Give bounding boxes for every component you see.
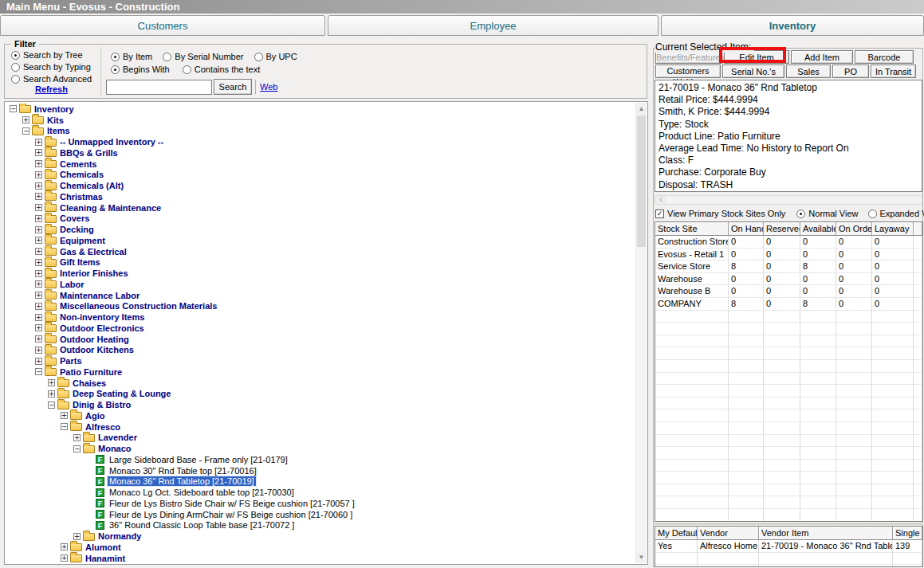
tree-item-maintenance-labor[interactable]: +Maintenance Labor — [6, 290, 634, 301]
tree-item-fleur-de-lys-bistro-side-chair-w-fs-beige-cushion-21-70057[interactable]: Fleur de Lys Bistro Side Chair w/ FS Bei… — [6, 498, 634, 509]
tree-toggle-expand-icon[interactable]: + — [35, 347, 42, 354]
stock-row[interactable] — [655, 311, 922, 323]
tree-item-normandy[interactable]: +Normandy — [6, 531, 634, 542]
tree-item-christmas[interactable]: +Christmas — [6, 191, 634, 202]
scroll-down-arrow-icon[interactable] — [636, 551, 647, 563]
tree-item-cements[interactable]: +Cements — [6, 159, 634, 170]
tree-item-inventory[interactable]: −Inventory — [6, 104, 634, 115]
tree-toggle-collapse-icon[interactable]: − — [73, 445, 81, 452]
tree-item-outdoor-kitchens[interactable]: +Outdoor Kitchens — [6, 345, 634, 356]
tree-item-monaco-30-rnd-table-top-21-70016[interactable]: Monaco 30" Rnd Table top [21-70016] — [6, 465, 634, 476]
tree-toggle-collapse-icon[interactable]: − — [10, 105, 17, 112]
tree-item-miscellaneous-construction-materials[interactable]: +Miscellaneous Construction Materials — [6, 301, 634, 312]
barcode-button[interactable]: Barcode — [855, 50, 914, 64]
primary-sites-checkbox[interactable] — [655, 210, 664, 218]
tree-item-decking[interactable]: +Decking — [6, 224, 634, 235]
stock-row[interactable] — [655, 373, 922, 386]
tree-toggle-expand-icon[interactable]: + — [35, 182, 42, 190]
tree-item-labor[interactable]: +Labor — [6, 279, 634, 290]
tree-item-lavender[interactable]: +Lavender — [6, 433, 634, 444]
tree-item-monaco[interactable]: −Monaco — [6, 443, 634, 454]
sales-button[interactable]: Sales — [786, 65, 831, 78]
po-button[interactable]: PO — [832, 65, 869, 78]
tree-item-equipment[interactable]: +Equipment — [6, 235, 634, 246]
stock-row[interactable] — [655, 435, 922, 448]
tree-item-items[interactable]: −Items — [6, 126, 634, 137]
tree-toggle-expand-icon[interactable]: + — [35, 303, 42, 310]
tree-toggle-expand-icon[interactable]: + — [35, 149, 42, 156]
tree-toggle-expand-icon[interactable]: + — [35, 171, 42, 178]
tree-toggle-expand-icon[interactable]: + — [22, 116, 29, 123]
tree-toggle-expand-icon[interactable]: + — [35, 292, 42, 299]
web-link[interactable]: Web — [260, 82, 277, 92]
stock-row[interactable]: COMPANY80800 — [655, 298, 922, 311]
panel-splitter[interactable] — [655, 523, 923, 525]
customers-waiting-button[interactable]: Customers Waiting — [655, 65, 721, 78]
vendor-row[interactable] — [655, 565, 922, 567]
tree-scrollbar-thumb[interactable] — [637, 116, 646, 247]
scroll-left-arrow-icon[interactable] — [655, 196, 666, 204]
tree-toggle-expand-icon[interactable]: + — [35, 248, 42, 255]
in-transit-button[interactable]: In Transit — [871, 65, 916, 78]
tree-toggle-expand-icon[interactable]: + — [48, 390, 55, 398]
radio-search-mode-search-by-typing[interactable]: Search by Typing — [11, 62, 92, 72]
tree-item-chemicals-alt[interactable]: +Chemicals (Alt) — [6, 180, 634, 191]
tree-item-deep-seating-lounge[interactable]: +Deep Seating & Lounge — [6, 389, 634, 400]
tree-toggle-expand-icon[interactable]: + — [35, 139, 42, 146]
vendor-row[interactable] — [655, 553, 922, 566]
tree-toggle-expand-icon[interactable]: + — [35, 204, 42, 211]
tree-toggle-expand-icon[interactable]: + — [35, 259, 42, 266]
tree-toggle-expand-icon[interactable]: + — [35, 358, 42, 365]
tree-toggle-expand-icon[interactable]: + — [35, 226, 42, 233]
stock-row[interactable] — [655, 323, 922, 335]
tree-item-cleaning-maintenance[interactable]: +Cleaning & Maintenance — [6, 202, 634, 213]
tree-item-large-sideboard-base-frame-only-21-0179[interactable]: Large Sideboard Base - Frame only [21-01… — [6, 454, 634, 465]
tree-toggle-collapse-icon[interactable]: − — [48, 402, 55, 409]
tree-toggle-expand-icon[interactable]: + — [35, 270, 42, 277]
search-button[interactable]: Search — [214, 79, 252, 95]
tree-toggle-expand-icon[interactable]: + — [35, 160, 42, 167]
stock-row[interactable] — [655, 472, 922, 484]
tree-item-outdoor-electronics[interactable]: +Outdoor Electronics — [6, 323, 634, 334]
tree-item-monaco-36-rnd-tabletop-21-70019[interactable]: Monaco 36" Rnd Tabletop [21-70019] — [6, 476, 634, 488]
stock-row[interactable] — [655, 360, 922, 373]
serial-no-s-button[interactable]: Serial No.'s — [722, 65, 784, 78]
tree-item-bbqs-grills[interactable]: +BBQs & Grills — [6, 147, 634, 159]
tree-toggle-expand-icon[interactable]: + — [61, 554, 68, 562]
tree-item-unmapped-inventory[interactable]: +-- Unmapped Inventory -- — [6, 136, 634, 147]
tree-toggle-expand-icon[interactable]: + — [35, 335, 42, 343]
tree-item-chemicals[interactable]: +Chemicals — [6, 170, 634, 181]
tree-toggle-collapse-icon[interactable]: − — [35, 368, 42, 375]
tree-toggle-expand-icon[interactable]: + — [35, 280, 42, 288]
stock-row[interactable] — [655, 347, 922, 360]
vendor-row[interactable]: YesAlfresco Home21-70019 - Monaco 36" Rn… — [655, 540, 922, 553]
tab-inventory[interactable]: Inventory — [661, 15, 924, 36]
tree-toggle-expand-icon[interactable]: + — [73, 434, 81, 441]
tree-item-chaises[interactable]: +Chaises — [6, 378, 634, 389]
tree-toggle-expand-icon[interactable]: + — [73, 533, 81, 540]
stock-row[interactable] — [655, 447, 922, 460]
search-input[interactable] — [106, 80, 212, 95]
stock-row[interactable] — [655, 460, 922, 472]
tree-item-agio[interactable]: +Agio — [6, 410, 634, 421]
radio-search-by-by-item[interactable]: By Item — [111, 52, 152, 61]
tree-item-interior-finishes[interactable]: +Interior Finishes — [6, 268, 634, 279]
tree-item-fleur-de-lys-dining-armchair-w-fs-beige-cushion-21-70060[interactable]: Fleur de Lys Dining ArmChair w/ FS Beige… — [6, 509, 634, 520]
radio-match-mode-contains-the-text[interactable]: Contains the text — [183, 65, 261, 74]
tree-toggle-expand-icon[interactable]: + — [61, 543, 68, 550]
stock-row[interactable]: Construction Store00000 — [655, 236, 922, 249]
tree-item-gas-electrical[interactable]: +Gas & Electrical — [6, 246, 634, 257]
stock-row[interactable] — [655, 484, 922, 497]
stock-row[interactable] — [655, 509, 922, 522]
stock-row[interactable]: Warehouse B00000 — [655, 285, 922, 298]
tree-item-alumont[interactable]: +Alumont — [6, 542, 634, 553]
radio-view-mode-normal-view[interactable]: Normal View — [796, 209, 858, 218]
tab-customers[interactable]: Customers — [0, 15, 325, 36]
tree-item-patio-furniture[interactable]: −Patio Furniture — [6, 366, 634, 378]
radio-search-mode-search-advanced[interactable]: Search Advanced — [11, 74, 92, 84]
tree-item-monaco-lg-oct-sideboard-table-top-21-70030[interactable]: Monaco Lg Oct. Sideboard table top [21-7… — [6, 487, 634, 498]
stock-row[interactable] — [655, 385, 922, 398]
stock-row[interactable]: Evosus - Retail 100000 — [655, 249, 922, 261]
tree-toggle-collapse-icon[interactable]: − — [61, 423, 68, 430]
tree-item-dinig-bistro[interactable]: −Dinig & Bistro — [6, 399, 634, 410]
